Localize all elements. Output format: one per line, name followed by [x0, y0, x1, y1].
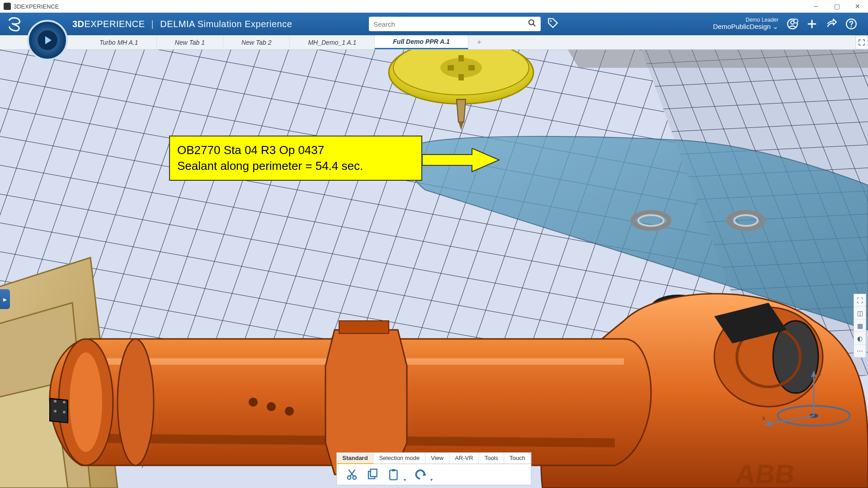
tab-turbo[interactable]: Turbo MH A.1 [81, 35, 157, 49]
top-bar: 3DEXPERIENCE | DELMIA Simulation Experie… [0, 13, 868, 35]
svg-marker-40 [811, 371, 816, 377]
tab-mhdemo[interactable]: MH_Demo_1 A.1 [290, 35, 375, 49]
axis-triad[interactable]: z x [760, 366, 854, 434]
svg-point-28 [249, 398, 258, 407]
window-title: 3DEXPERIENCE [14, 3, 59, 10]
tag-icon[interactable] [547, 17, 559, 31]
profile-icon[interactable] [787, 18, 798, 30]
brand-label: 3DEXPERIENCE | DELMIA Simulation Experie… [72, 19, 292, 29]
paste-icon[interactable] [387, 468, 400, 481]
tab-fullscreen-toggle[interactable] [855, 35, 868, 49]
add-icon[interactable] [807, 19, 817, 29]
callout-arrow-icon [422, 148, 504, 175]
search-box[interactable] [369, 17, 541, 31]
window-controls: ─ ▢ ✕ [806, 0, 868, 13]
share-icon[interactable] [826, 18, 837, 30]
undo-dropdown-icon[interactable]: ▾ [430, 477, 433, 485]
perspective-icon[interactable]: ▦ [854, 319, 866, 332]
svg-rect-19 [458, 74, 464, 80]
svg-point-0 [529, 19, 534, 24]
more-view-icon[interactable]: ⋯ [854, 345, 866, 357]
command-bar: Standard Selection mode View AR-VR Tools… [336, 452, 531, 485]
search-input[interactable] [373, 20, 528, 28]
fit-view-icon[interactable]: ⛶ [854, 294, 866, 307]
tab-newtab1[interactable]: New Tab 1 [157, 35, 223, 49]
app-icon [4, 3, 11, 10]
annotation-callout: OB2770 Sta 04 R3 Op 0437 Sealant along p… [169, 136, 422, 181]
tab-add-button[interactable]: ＋ [468, 35, 490, 49]
svg-rect-50 [392, 469, 395, 471]
ds-logo-icon[interactable] [5, 14, 24, 33]
play-icon [45, 36, 52, 44]
svg-point-46 [353, 476, 356, 479]
3d-viewport[interactable]: ABB OB2770 Sta 04 R3 Op 0437 Sealant alo… [0, 50, 868, 488]
window-minimize-button[interactable]: ─ [806, 0, 826, 13]
window-maximize-button[interactable]: ▢ [826, 0, 847, 13]
svg-rect-18 [458, 55, 464, 61]
window-title-bar: 3DEXPERIENCE ─ ▢ ✕ [0, 0, 868, 13]
cmdtab-selection[interactable]: Selection mode [374, 453, 426, 464]
command-tabstrip: Standard Selection mode View AR-VR Tools… [336, 452, 531, 464]
svg-text:ABB: ABB [734, 459, 797, 488]
svg-rect-21 [468, 65, 475, 70]
view-mode-icon[interactable]: ◫ [854, 307, 866, 319]
view-mini-toolbar: ⛶ ◫ ▦ ◐ ⋯ [854, 294, 866, 358]
paste-dropdown-icon[interactable]: ▾ [404, 477, 406, 485]
svg-rect-49 [390, 470, 397, 480]
svg-point-29 [267, 402, 276, 411]
svg-rect-48 [371, 469, 377, 476]
user-menu[interactable]: Demo Leader DemoPublicDesign ⌄ [713, 17, 778, 31]
tab-fulldemo[interactable]: Full Demo PPR A.1 [375, 35, 468, 49]
callout-line2: Sealant along perimeter = 54.4 sec. [177, 158, 414, 174]
svg-point-35 [63, 411, 66, 413]
svg-point-2 [550, 20, 552, 22]
compass-button[interactable] [27, 20, 68, 61]
tab-newtab2[interactable]: New Tab 2 [223, 35, 290, 49]
svg-line-1 [533, 24, 536, 26]
left-panel-expand-handle[interactable]: ▸ [0, 289, 10, 309]
undo-icon[interactable] [413, 468, 427, 481]
svg-point-34 [54, 410, 57, 413]
cmdtab-touch[interactable]: Touch [504, 453, 531, 464]
svg-point-32 [54, 400, 57, 403]
cmdtab-view[interactable]: View [425, 453, 449, 464]
svg-rect-27 [339, 321, 389, 333]
svg-text:x: x [762, 414, 765, 422]
svg-point-30 [285, 407, 294, 416]
copy-icon[interactable] [366, 468, 379, 481]
help-icon[interactable] [845, 18, 857, 30]
document-tab-bar: Turbo MH A.1 New Tab 1 New Tab 2 MH_Demo… [0, 35, 868, 50]
svg-point-26 [70, 352, 102, 452]
svg-rect-20 [448, 65, 454, 70]
window-close-button[interactable]: ✕ [847, 0, 868, 13]
svg-point-7 [851, 26, 852, 28]
cmdtab-standard[interactable]: Standard [337, 453, 373, 464]
callout-line1: OB2770 Sta 04 R3 Op 0437 [177, 142, 414, 158]
svg-text:z: z [818, 369, 821, 376]
shade-icon[interactable]: ◐ [854, 332, 866, 345]
svg-point-5 [794, 19, 798, 23]
cmdtab-tools[interactable]: Tools [479, 453, 504, 464]
cut-icon[interactable] [345, 468, 359, 481]
cmdtab-arvr[interactable]: AR-VR [449, 453, 479, 464]
svg-point-45 [348, 476, 351, 479]
search-icon[interactable] [528, 19, 536, 29]
svg-marker-51 [423, 472, 426, 477]
svg-point-33 [63, 401, 66, 404]
